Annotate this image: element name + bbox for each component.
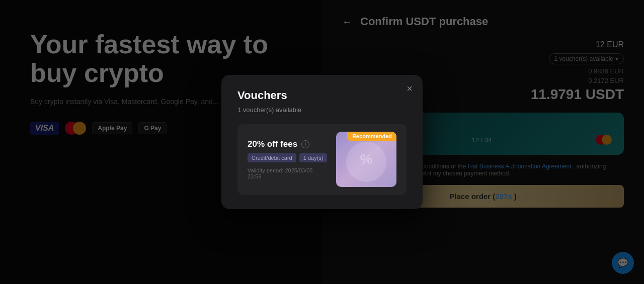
voucher-illustration-text: % <box>360 151 373 167</box>
voucher-title-row: 20% off fees i <box>248 139 328 149</box>
voucher-percent: 20% off fees <box>248 139 297 149</box>
modal-subtitle: 1 voucher(s) available <box>237 106 407 114</box>
recommended-badge: Recommended <box>347 132 396 141</box>
info-icon[interactable]: i <box>301 140 309 148</box>
validity: Validity period: 2025/03/05 23:59 <box>248 167 328 179</box>
tag-row: Credit/debit card 1 day(s) <box>248 153 328 162</box>
voucher-info: 20% off fees i Credit/debit card 1 day(s… <box>248 139 328 179</box>
tag-duration: 1 day(s) <box>299 153 328 162</box>
voucher-card: 20% off fees i Credit/debit card 1 day(s… <box>237 124 407 195</box>
modal-overlay[interactable]: Vouchers 1 voucher(s) available × 20% of… <box>0 0 644 284</box>
vouchers-modal: Vouchers 1 voucher(s) available × 20% of… <box>221 75 423 209</box>
voucher-illustration: % Recommended <box>336 132 396 187</box>
modal-close-button[interactable]: × <box>407 83 413 94</box>
modal-title: Vouchers <box>237 89 407 102</box>
tag-card-type: Credit/debit card <box>248 153 296 162</box>
